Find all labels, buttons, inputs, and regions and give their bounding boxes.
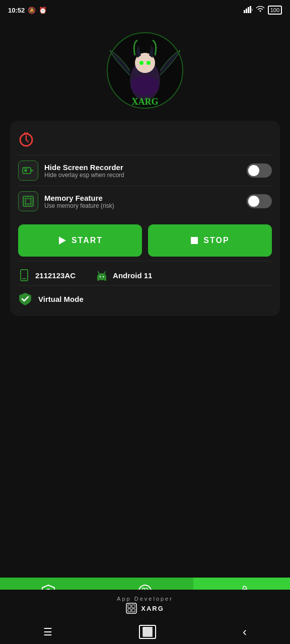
svg-rect-0	[244, 10, 245, 13]
svg-marker-35	[59, 236, 66, 245]
svg-rect-59	[132, 609, 135, 612]
svg-marker-20	[31, 169, 34, 172]
mute-icon: 🔕	[28, 7, 36, 14]
timer-row	[18, 129, 272, 155]
svg-line-16	[26, 140, 28, 142]
memory-feature-row: Memory Feature Use memory feature (risk)	[18, 186, 272, 216]
hide-screen-recorder-row: REC Hide Screen Recorder Hide overlay es…	[18, 155, 272, 186]
svg-line-43	[98, 272, 99, 274]
play-icon	[57, 236, 66, 245]
system-nav-bar: ☰ ⬜ ‹	[0, 620, 290, 644]
svg-text:HD: HD	[252, 8, 253, 12]
stop-icon	[190, 236, 198, 245]
svg-text:XARG: XARG	[132, 97, 159, 107]
svg-rect-40	[97, 276, 106, 280]
virtual-mode-label: Virtual Mode	[38, 295, 84, 303]
shield-check-icon	[18, 292, 32, 306]
memory-icon-wrap	[18, 191, 38, 211]
battery-indicator: 100	[268, 6, 282, 15]
alarm-icon: ⏰	[39, 7, 47, 14]
android-version: Android 11	[113, 271, 152, 280]
status-right: HD 100	[244, 6, 282, 15]
wifi-icon	[256, 6, 265, 15]
hide-recorder-toggle[interactable]	[247, 164, 272, 178]
svg-rect-3	[250, 6, 251, 13]
sys-menu-icon[interactable]: ☰	[43, 626, 52, 638]
svg-point-41	[100, 276, 101, 277]
status-bar: 10:52 🔕 ⏰ HD 100	[0, 0, 290, 20]
main-card: REC Hide Screen Recorder Hide overlay es…	[10, 121, 280, 316]
svg-point-9	[147, 61, 151, 65]
app-logo: XARG	[105, 30, 185, 111]
phone-icon	[18, 269, 30, 281]
svg-rect-58	[128, 609, 131, 612]
svg-rect-1	[246, 9, 247, 13]
device-id: 2112123AC	[35, 271, 76, 280]
svg-text:REC: REC	[24, 167, 29, 170]
dev-label: App Developer	[117, 596, 173, 602]
timer-icon	[18, 131, 34, 149]
signal-icon: HD	[244, 6, 253, 15]
memory-feature-toggle[interactable]	[247, 194, 272, 208]
dev-brand-name: XARG	[141, 605, 164, 612]
sys-back-icon[interactable]: ‹	[243, 625, 247, 639]
hide-recorder-title: Hide Screen Recorder	[44, 163, 124, 172]
memory-feature-subtitle: Use memory feature (risk)	[44, 202, 114, 209]
device-id-item: 2112123AC	[18, 269, 76, 281]
svg-rect-2	[248, 7, 249, 13]
svg-rect-36	[191, 237, 198, 244]
svg-line-44	[104, 272, 105, 274]
rec-icon-wrap: REC	[18, 160, 38, 181]
xarg-brand-icon	[126, 603, 137, 614]
svg-point-8	[139, 61, 143, 65]
device-info-row: 2112123AC Android 11	[18, 261, 272, 285]
svg-rect-56	[128, 605, 131, 608]
status-left: 10:52 🔕 ⏰	[8, 7, 47, 14]
sys-home-icon[interactable]: ⬜	[139, 625, 156, 639]
hide-recorder-subtitle: Hide overlay esp when record	[44, 172, 124, 179]
svg-line-14	[26, 133, 28, 134]
stop-button[interactable]: STOP	[148, 224, 272, 257]
android-version-item: Android 11	[96, 269, 152, 281]
action-buttons: START STOP	[18, 224, 272, 257]
svg-rect-46	[104, 280, 106, 281]
svg-point-42	[103, 276, 104, 277]
logo-area: XARG	[0, 20, 290, 116]
start-button[interactable]: START	[18, 224, 142, 257]
svg-rect-45	[97, 280, 99, 281]
virtual-mode-row: Virtual Mode	[18, 285, 272, 308]
time-display: 10:52	[8, 7, 25, 14]
android-icon	[96, 269, 108, 281]
svg-point-10	[131, 75, 159, 96]
memory-feature-title: Memory Feature	[44, 194, 114, 202]
developer-footer: App Developer XARG	[0, 590, 290, 620]
svg-rect-22	[26, 199, 31, 204]
svg-rect-57	[132, 605, 135, 608]
